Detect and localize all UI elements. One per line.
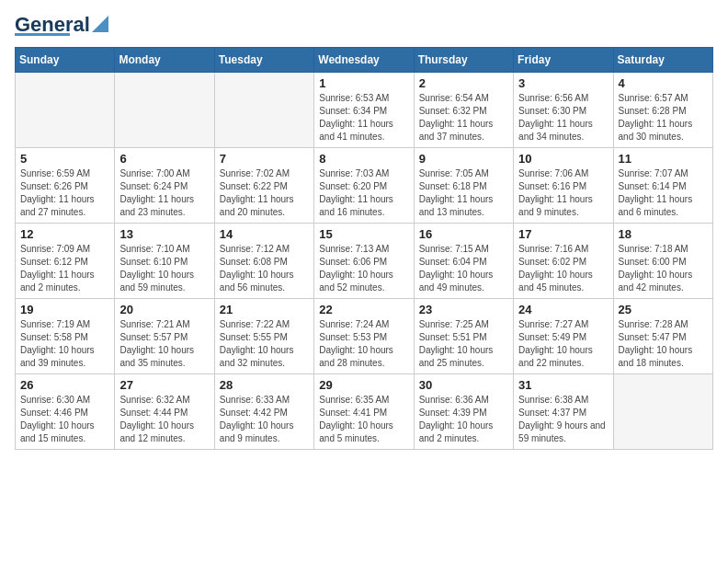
day-info: Sunrise: 6:32 AM Sunset: 4:44 PM Dayligh…: [119, 394, 209, 445]
day-number: 28: [220, 378, 309, 392]
day-number: 27: [119, 378, 209, 392]
day-info: Sunrise: 6:56 AM Sunset: 6:30 PM Dayligh…: [518, 92, 608, 144]
svg-marker-0: [92, 16, 108, 32]
day-number: 11: [619, 152, 708, 166]
day-info: Sunrise: 6:36 AM Sunset: 4:39 PM Dayligh…: [419, 394, 508, 445]
day-info: Sunrise: 7:15 AM Sunset: 6:04 PM Dayligh…: [419, 243, 508, 294]
day-number: 12: [20, 227, 109, 241]
day-info: Sunrise: 7:28 AM Sunset: 5:47 PM Dayligh…: [619, 318, 708, 370]
day-number: 26: [20, 378, 109, 392]
day-number: 10: [518, 152, 608, 166]
day-number: 8: [319, 152, 408, 166]
calendar-cell: 20Sunrise: 7:21 AM Sunset: 5:57 PM Dayli…: [115, 299, 214, 374]
day-info: Sunrise: 7:21 AM Sunset: 5:57 PM Dayligh…: [119, 318, 209, 370]
calendar-cell: [16, 73, 115, 148]
day-number: 25: [619, 303, 708, 316]
day-number: 31: [518, 378, 608, 392]
day-info: Sunrise: 7:25 AM Sunset: 5:51 PM Dayligh…: [419, 318, 508, 370]
calendar-cell: [115, 73, 214, 148]
calendar-cell: 17Sunrise: 7:16 AM Sunset: 6:02 PM Dayli…: [514, 224, 613, 299]
day-info: Sunrise: 7:02 AM Sunset: 6:22 PM Dayligh…: [220, 167, 309, 219]
calendar-cell: [613, 374, 712, 450]
calendar-cell: 7Sunrise: 7:02 AM Sunset: 6:22 PM Daylig…: [214, 148, 313, 224]
day-number: 1: [319, 76, 408, 90]
weekday-header-sunday: Sunday: [16, 48, 115, 73]
day-info: Sunrise: 7:13 AM Sunset: 6:06 PM Dayligh…: [319, 243, 408, 294]
day-info: Sunrise: 7:22 AM Sunset: 5:55 PM Dayligh…: [220, 318, 309, 370]
day-info: Sunrise: 7:07 AM Sunset: 6:14 PM Dayligh…: [619, 167, 708, 219]
day-info: Sunrise: 6:57 AM Sunset: 6:28 PM Dayligh…: [619, 92, 708, 144]
calendar-cell: 29Sunrise: 6:35 AM Sunset: 4:41 PM Dayli…: [314, 374, 414, 450]
day-info: Sunrise: 7:18 AM Sunset: 6:00 PM Dayligh…: [619, 243, 708, 294]
calendar-week-row: 5Sunrise: 6:59 AM Sunset: 6:26 PM Daylig…: [16, 148, 713, 224]
day-number: 15: [319, 227, 408, 241]
day-info: Sunrise: 6:53 AM Sunset: 6:34 PM Dayligh…: [319, 92, 408, 144]
calendar-cell: 13Sunrise: 7:10 AM Sunset: 6:10 PM Dayli…: [115, 224, 214, 299]
day-info: Sunrise: 6:54 AM Sunset: 6:32 PM Dayligh…: [419, 92, 508, 144]
weekday-header-row: SundayMondayTuesdayWednesdayThursdayFrid…: [16, 48, 713, 73]
logo-icon: [92, 16, 108, 32]
day-info: Sunrise: 7:03 AM Sunset: 6:20 PM Dayligh…: [319, 167, 408, 219]
calendar-week-row: 12Sunrise: 7:09 AM Sunset: 6:12 PM Dayli…: [16, 224, 713, 299]
calendar-cell: 18Sunrise: 7:18 AM Sunset: 6:00 PM Dayli…: [613, 224, 712, 299]
calendar-cell: 14Sunrise: 7:12 AM Sunset: 6:08 PM Dayli…: [214, 224, 313, 299]
day-number: 14: [220, 227, 309, 241]
day-number: 16: [419, 227, 508, 241]
calendar-cell: 11Sunrise: 7:07 AM Sunset: 6:14 PM Dayli…: [613, 148, 712, 224]
day-number: 20: [119, 303, 209, 316]
day-number: 21: [220, 303, 309, 316]
calendar-cell: 16Sunrise: 7:15 AM Sunset: 6:04 PM Dayli…: [414, 224, 513, 299]
day-number: 6: [119, 152, 209, 166]
weekday-header-tuesday: Tuesday: [214, 48, 313, 73]
day-number: 30: [419, 378, 508, 392]
day-number: 4: [619, 76, 708, 90]
calendar-cell: 2Sunrise: 6:54 AM Sunset: 6:32 PM Daylig…: [414, 73, 513, 148]
weekday-header-wednesday: Wednesday: [314, 48, 414, 73]
day-info: Sunrise: 7:06 AM Sunset: 6:16 PM Dayligh…: [518, 167, 608, 219]
calendar-table: SundayMondayTuesdayWednesdayThursdayFrid…: [15, 47, 713, 450]
day-info: Sunrise: 7:19 AM Sunset: 5:58 PM Dayligh…: [20, 318, 109, 370]
day-number: 19: [20, 303, 109, 316]
day-info: Sunrise: 7:12 AM Sunset: 6:08 PM Dayligh…: [220, 243, 309, 294]
day-info: Sunrise: 7:24 AM Sunset: 5:53 PM Dayligh…: [319, 318, 408, 370]
day-number: 13: [119, 227, 209, 241]
day-number: 22: [319, 303, 408, 316]
day-number: 9: [419, 152, 508, 166]
day-info: Sunrise: 6:33 AM Sunset: 4:42 PM Dayligh…: [220, 394, 309, 445]
day-number: 3: [518, 76, 608, 90]
logo-general: General: [15, 15, 90, 35]
day-info: Sunrise: 7:16 AM Sunset: 6:02 PM Dayligh…: [518, 243, 608, 294]
calendar-cell: 28Sunrise: 6:33 AM Sunset: 4:42 PM Dayli…: [214, 374, 313, 450]
weekday-header-saturday: Saturday: [613, 48, 712, 73]
day-info: Sunrise: 6:30 AM Sunset: 4:46 PM Dayligh…: [20, 394, 109, 445]
calendar-cell: 9Sunrise: 7:05 AM Sunset: 6:18 PM Daylig…: [414, 148, 513, 224]
day-info: Sunrise: 7:27 AM Sunset: 5:49 PM Dayligh…: [518, 318, 608, 370]
logo: General: [15, 15, 108, 36]
weekday-header-thursday: Thursday: [414, 48, 513, 73]
day-number: 17: [518, 227, 608, 241]
calendar-week-row: 19Sunrise: 7:19 AM Sunset: 5:58 PM Dayli…: [16, 299, 713, 374]
day-number: 29: [319, 378, 408, 392]
calendar-cell: 22Sunrise: 7:24 AM Sunset: 5:53 PM Dayli…: [314, 299, 414, 374]
day-info: Sunrise: 6:35 AM Sunset: 4:41 PM Dayligh…: [319, 394, 408, 445]
day-info: Sunrise: 7:00 AM Sunset: 6:24 PM Dayligh…: [119, 167, 209, 219]
day-number: 24: [518, 303, 608, 316]
calendar-cell: 21Sunrise: 7:22 AM Sunset: 5:55 PM Dayli…: [214, 299, 313, 374]
calendar-cell: [214, 73, 313, 148]
calendar-cell: 30Sunrise: 6:36 AM Sunset: 4:39 PM Dayli…: [414, 374, 513, 450]
calendar-cell: 26Sunrise: 6:30 AM Sunset: 4:46 PM Dayli…: [16, 374, 115, 450]
weekday-header-monday: Monday: [115, 48, 214, 73]
calendar-cell: 27Sunrise: 6:32 AM Sunset: 4:44 PM Dayli…: [115, 374, 214, 450]
calendar-week-row: 26Sunrise: 6:30 AM Sunset: 4:46 PM Dayli…: [16, 374, 713, 450]
day-number: 23: [419, 303, 508, 316]
day-info: Sunrise: 7:05 AM Sunset: 6:18 PM Dayligh…: [419, 167, 508, 219]
page-header: General: [15, 15, 713, 36]
calendar-cell: 25Sunrise: 7:28 AM Sunset: 5:47 PM Dayli…: [613, 299, 712, 374]
day-info: Sunrise: 6:59 AM Sunset: 6:26 PM Dayligh…: [20, 167, 109, 219]
calendar-cell: 6Sunrise: 7:00 AM Sunset: 6:24 PM Daylig…: [115, 148, 214, 224]
calendar-cell: 12Sunrise: 7:09 AM Sunset: 6:12 PM Dayli…: [16, 224, 115, 299]
calendar-cell: 24Sunrise: 7:27 AM Sunset: 5:49 PM Dayli…: [514, 299, 613, 374]
day-info: Sunrise: 7:10 AM Sunset: 6:10 PM Dayligh…: [119, 243, 209, 294]
calendar-cell: 4Sunrise: 6:57 AM Sunset: 6:28 PM Daylig…: [613, 73, 712, 148]
calendar-cell: 15Sunrise: 7:13 AM Sunset: 6:06 PM Dayli…: [314, 224, 414, 299]
